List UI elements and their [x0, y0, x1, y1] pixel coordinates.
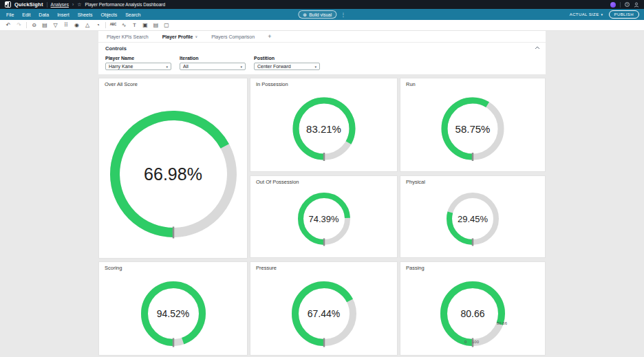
filter-label: Player Name [105, 56, 171, 61]
sheet-header: Player KPIs Search Player Profile ∨ Play… [98, 31, 546, 74]
menu-edit[interactable]: Edit [22, 12, 30, 17]
add-sheet-button[interactable]: + [261, 31, 277, 42]
menu-search[interactable]: Search [125, 12, 140, 17]
sheet-frame-icon[interactable]: ▢ [163, 23, 170, 28]
gauge-value: 94.52% [139, 279, 208, 348]
tab-player-kpis-search[interactable]: Player KPIs Search [100, 31, 155, 42]
quicksight-analysis-page: QuickSight Analyses › ☆ Player Performan… [0, 0, 644, 357]
sparkle-icon: ⊛ [303, 12, 307, 17]
visual-pressure[interactable]: Pressure 67.44% [250, 261, 398, 356]
frame-icon[interactable]: ▣ [142, 23, 149, 28]
position-dropdown[interactable]: Center Forward ▾ [254, 63, 320, 70]
zoom-level-dropdown[interactable]: ACTUAL SIZE ▾ [570, 12, 603, 17]
visual-physical[interactable]: Physical 29.45% [400, 175, 546, 258]
gauge-value: 58.75% [440, 96, 506, 162]
visual-title: Over All Score [105, 81, 138, 87]
chevron-down-icon: ▾ [166, 65, 168, 69]
tab-players-comparison[interactable]: Players Comparison [204, 31, 261, 42]
quicksight-logo-icon [5, 1, 11, 8]
abc-parameter-icon[interactable]: ABC [110, 23, 117, 27]
chevron-down-icon: ▾ [601, 12, 603, 17]
build-visual-label: Build visual [309, 12, 332, 17]
divider [105, 22, 106, 28]
more-options-icon[interactable]: ⋮ [341, 12, 346, 18]
theme-icon[interactable]: △ [84, 23, 91, 28]
player-name-dropdown[interactable]: Harry Kane ▾ [105, 63, 171, 70]
build-visual-button[interactable]: ⊛ Build visual [298, 10, 336, 19]
favorite-star-icon[interactable]: ☆ [77, 2, 81, 8]
visual-title: Scoring [105, 265, 122, 271]
dropdown-value: Harry Kane [109, 64, 133, 69]
publish-button[interactable]: PUBLISH [609, 10, 639, 19]
brand-name: QuickSight [14, 1, 43, 8]
header-right-group: ? [610, 2, 639, 8]
menu-data[interactable]: Data [39, 12, 49, 17]
gauge-value: 66.98% [108, 109, 239, 239]
visual-title: Pressure [256, 265, 277, 271]
app-header: QuickSight Analyses › ☆ Player Performan… [0, 0, 644, 9]
tab-label: Player KPIs Search [107, 34, 149, 39]
build-visual-group: ⊛ Build visual ⋮ [298, 9, 345, 20]
visual-scoring[interactable]: Scoring 94.52% [98, 261, 248, 356]
visual-run[interactable]: Run 58.75% [400, 78, 546, 172]
refresh-clock-icon[interactable]: ◔ [95, 23, 102, 28]
divider [620, 2, 621, 8]
undo-icon[interactable]: ↶ [5, 23, 12, 28]
chevron-down-icon: ∨ [195, 34, 197, 39]
collapse-chevron-icon[interactable] [535, 46, 540, 50]
text-icon[interactable]: T [131, 23, 138, 28]
visual-title: In Possession [256, 81, 288, 87]
filter-position: Postition Center Forward ▾ [254, 56, 320, 70]
filter-label: Postition [254, 56, 320, 61]
menubar-right-group: ACTUAL SIZE ▾ PUBLISH [570, 9, 639, 20]
menu-file[interactable]: File [6, 12, 14, 17]
line-icon[interactable]: ∿ [120, 23, 127, 28]
gauge-value: 83.21% [291, 96, 357, 162]
visual-title: Passing [406, 265, 425, 271]
help-icon[interactable]: ? [625, 2, 630, 7]
gauge-value: 29.45% [445, 191, 500, 246]
visual-in-possession[interactable]: In Possession 83.21% [250, 78, 398, 172]
image-icon[interactable]: ▤ [153, 23, 160, 28]
parameter-icon[interactable]: ⠿ [63, 23, 69, 28]
gauge-value: 74.39% [297, 191, 352, 246]
redo-icon[interactable]: ↷ [16, 23, 23, 28]
zoom-level-label: ACTUAL SIZE [570, 12, 599, 17]
tab-label: Players Comparison [211, 34, 255, 39]
gauge-value: 80.66 [438, 279, 507, 348]
breadcrumb-chevron-icon: › [72, 2, 74, 7]
dropdown-value: Center Forward [257, 64, 291, 69]
action-pin-icon[interactable]: ◉ [74, 23, 80, 28]
breadcrumb-analyses[interactable]: Analyses [51, 2, 69, 7]
visual-out-of-possession[interactable]: Out Of Possession 74.39% [250, 175, 398, 258]
tab-player-profile[interactable]: Player Profile ∨ [155, 31, 204, 42]
user-icon[interactable] [634, 2, 639, 8]
iteration-dropdown[interactable]: All ▾ [180, 63, 246, 70]
sheet-tabs: Player KPIs Search Player Profile ∨ Play… [98, 31, 546, 43]
gauge-axis-max: 100 [472, 340, 479, 344]
visual-icon[interactable]: ▤ [41, 23, 48, 28]
chevron-down-icon: ▾ [314, 65, 316, 69]
visual-over-all-score[interactable]: Over All Score 66.98% [98, 78, 248, 259]
filter-label: Iteration [180, 56, 246, 61]
filter-iteration: Iteration All ▾ [180, 56, 246, 70]
menu-bar: File Edit Data Insert Sheets Objects Sea… [0, 9, 644, 20]
menu-objects[interactable]: Objects [100, 12, 117, 17]
chevron-down-icon: ▾ [240, 65, 242, 69]
filter-icon[interactable]: ▽ [52, 23, 59, 28]
gauge-end-label: 80.66 [497, 321, 507, 325]
controls-title: Controls [105, 45, 127, 52]
dropdown-value: All [183, 64, 189, 69]
menu-insert[interactable]: Insert [57, 12, 69, 17]
edit-toolbar: ↶ ↷ ⊖ ▤ ▽ ⠿ ◉ △ ◔ ABC ∿ T ▣ ▤ ▢ [0, 20, 644, 31]
divider [26, 22, 27, 28]
gauge-value: 67.44% [290, 279, 358, 348]
tab-label: Player Profile [162, 34, 193, 39]
menu-sheets[interactable]: Sheets [78, 12, 93, 17]
filter-player-name: Player Name Harry Kane ▾ [105, 56, 171, 70]
dataset-icon[interactable]: ⊖ [31, 23, 38, 28]
avatar[interactable] [610, 2, 616, 8]
controls-panel: Controls Player Name Harry Kane ▾ Iterat… [98, 43, 546, 74]
visual-passing[interactable]: Passing 80.66 80.66 0 100 [400, 261, 546, 356]
divider [47, 2, 47, 8]
